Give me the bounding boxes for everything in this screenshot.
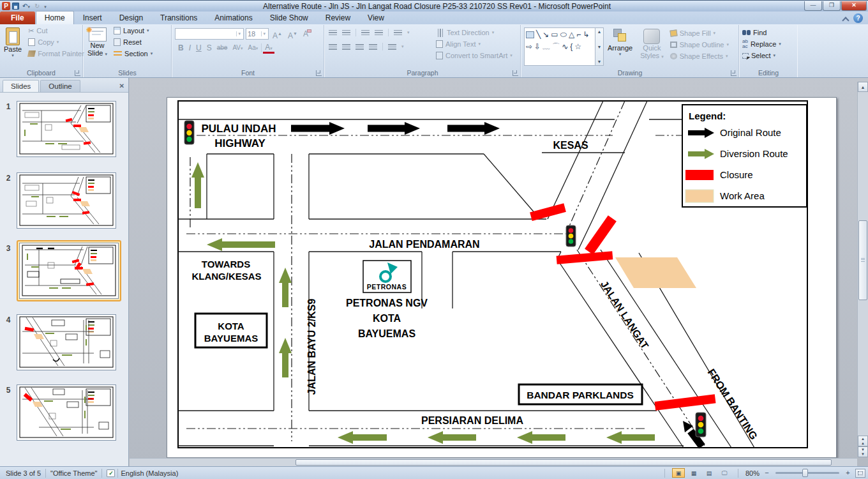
previous-slide-button[interactable]: ▲▲ <box>858 436 868 446</box>
scrollbar-thumb[interactable] <box>858 220 867 300</box>
textbox-shape-icon[interactable] <box>526 31 534 38</box>
help-icon[interactable]: ? <box>853 13 863 23</box>
slide-thumbnail-3-selected[interactable]: 3 <box>0 243 128 299</box>
select-button[interactable]: Select▾ <box>740 50 797 61</box>
tab-insert[interactable]: Insert <box>75 11 110 24</box>
shrink-font-button[interactable]: A▼ <box>286 28 299 40</box>
slide-sorter-view-icon[interactable]: ▦ <box>687 468 700 478</box>
font-name-combo[interactable]: ▾ <box>175 28 244 40</box>
reset-button[interactable]: Reset <box>111 36 155 48</box>
line-shape-icon[interactable]: ╲ <box>536 29 541 41</box>
minimize-button[interactable]: — <box>804 1 822 11</box>
scroll-up-icon[interactable]: ▲ <box>858 82 868 92</box>
zoom-level[interactable]: 80% <box>745 469 760 477</box>
slide-thumbnail-5[interactable]: 5 <box>0 384 128 441</box>
character-spacing-button[interactable]: AV▾ <box>230 42 244 54</box>
slide-thumbnail-4[interactable]: 4 <box>0 314 128 370</box>
horizontal-scrollbar[interactable] <box>130 458 857 466</box>
spell-check-icon[interactable]: ✓ <box>107 469 115 477</box>
underline-button[interactable]: U <box>194 42 204 54</box>
redo-icon[interactable]: ↻ <box>33 2 41 11</box>
save-icon[interactable] <box>12 3 19 10</box>
shape-fill-button[interactable]: Shape Fill▾ <box>668 27 731 39</box>
drawing-dialog-launcher-icon[interactable] <box>731 70 737 76</box>
bold-button[interactable]: B <box>176 42 186 54</box>
zoom-in-icon[interactable]: + <box>843 468 853 478</box>
new-slide-button[interactable]: ✺ New Slide ▾ <box>84 25 111 59</box>
closure-bar-kesas-right[interactable] <box>585 215 617 255</box>
change-case-button[interactable]: Aa▾ <box>246 42 260 54</box>
paragraph-dialog-launcher-icon[interactable] <box>513 70 518 76</box>
work-area-shape[interactable] <box>615 257 696 288</box>
shape-gallery[interactable]: ╲↘▭⬭△⌐↳⇨⇩﹏⌒∿{☆ <box>524 27 595 66</box>
shadow-button[interactable]: S <box>205 42 214 54</box>
grow-font-button[interactable]: A▲ <box>271 28 284 40</box>
clear-formatting-button[interactable]: A <box>301 28 310 40</box>
tab-transitions[interactable]: Transitions <box>152 11 206 24</box>
find-button[interactable]: Find <box>740 27 797 38</box>
tab-view[interactable]: View <box>359 11 393 24</box>
scribble-shape-icon[interactable]: ﹏ <box>542 41 550 53</box>
elbow-shape-icon[interactable]: ⌐ <box>576 29 581 41</box>
align-left-icon[interactable] <box>329 44 337 50</box>
elbow-arrow-shape-icon[interactable]: ↳ <box>583 29 589 41</box>
format-painter-button[interactable]: Format Painter <box>26 48 87 59</box>
quick-styles-button[interactable]: Quick Styles ▾ <box>636 25 668 66</box>
clipboard-dialog-launcher-icon[interactable] <box>75 70 80 76</box>
traffic-light-icon[interactable] <box>566 225 576 247</box>
tab-home[interactable]: Home <box>36 11 74 24</box>
tab-slide-show[interactable]: Slide Show <box>262 11 317 24</box>
zoom-slider[interactable] <box>775 472 839 474</box>
convert-smartart-button[interactable]: Convert to SmartArt▾ <box>433 50 515 61</box>
tab-animations[interactable]: Animations <box>206 11 260 24</box>
shape-effects-button[interactable]: Shape Effects▾ <box>668 50 731 62</box>
zoom-slider-thumb[interactable] <box>802 469 808 477</box>
section-button[interactable]: Section▾ <box>111 48 155 59</box>
fit-to-window-icon[interactable] <box>855 469 865 478</box>
panel-close-icon[interactable]: ✕ <box>119 82 124 89</box>
align-center-icon[interactable] <box>342 44 350 50</box>
tab-design[interactable]: Design <box>111 11 151 24</box>
panel-tab-slides[interactable]: Slides <box>3 80 39 92</box>
paste-button[interactable]: Paste▾ <box>0 25 26 59</box>
decrease-indent-icon[interactable] <box>361 30 370 36</box>
arrow-shape-icon[interactable]: ↘ <box>542 29 549 41</box>
slide-thumbnail-1[interactable]: 1 <box>0 101 128 157</box>
normal-view-icon[interactable]: ▣ <box>672 468 685 478</box>
closure-bar-langat[interactable] <box>655 394 716 410</box>
qat-customize-icon[interactable]: ▾ <box>43 2 48 11</box>
bullets-icon[interactable] <box>329 30 337 36</box>
vertical-scrollbar[interactable]: ▲ ▲▲ ▼▼ <box>857 82 868 457</box>
restore-button[interactable]: ❐ <box>823 1 841 11</box>
numbering-icon[interactable] <box>342 30 350 36</box>
right-arrow-shape-icon[interactable]: ⇨ <box>526 41 532 53</box>
shape-outline-button[interactable]: Shape Outline▾ <box>668 39 731 50</box>
star-shape-icon[interactable]: ☆ <box>574 41 581 53</box>
traffic-light-icon[interactable] <box>184 121 194 144</box>
text-direction-button[interactable]: Text Direction▾ <box>433 27 515 38</box>
arrange-button[interactable]: Arrange▾ <box>604 25 636 66</box>
undo-icon[interactable]: ↶▾ <box>21 2 31 11</box>
layout-button[interactable]: Layout▾ <box>111 25 155 36</box>
tab-review[interactable]: Review <box>317 11 359 24</box>
shape-gallery-scrollbar[interactable]: ▲▼▼ <box>595 27 604 66</box>
down-arrow-shape-icon[interactable]: ⇩ <box>534 41 541 53</box>
font-color-button[interactable]: A▾ <box>263 43 274 54</box>
align-text-button[interactable]: Align Text▾ <box>433 38 515 50</box>
italic-button[interactable]: I <box>187 42 193 54</box>
traffic-light-icon[interactable] <box>696 413 706 437</box>
rectangle-shape-icon[interactable]: ▭ <box>551 29 558 41</box>
strikethrough-button[interactable]: abe <box>215 42 230 54</box>
slideshow-view-icon[interactable]: 🖵 <box>718 468 731 478</box>
legend-box[interactable]: Legend: Original Route Diversion Route C… <box>682 105 807 207</box>
close-button[interactable]: ✕ <box>841 1 867 11</box>
tab-file[interactable]: File <box>0 11 35 24</box>
closure-bar-pendamaran[interactable] <box>557 251 613 264</box>
font-size-combo[interactable]: 18▾ <box>246 28 269 40</box>
font-dialog-launcher-icon[interactable] <box>316 70 322 76</box>
justify-icon[interactable] <box>369 44 377 50</box>
line-spacing-icon[interactable] <box>394 30 402 36</box>
columns-icon[interactable] <box>388 44 396 50</box>
triangle-shape-icon[interactable]: △ <box>569 29 574 41</box>
minimize-ribbon-icon[interactable] <box>843 17 849 20</box>
